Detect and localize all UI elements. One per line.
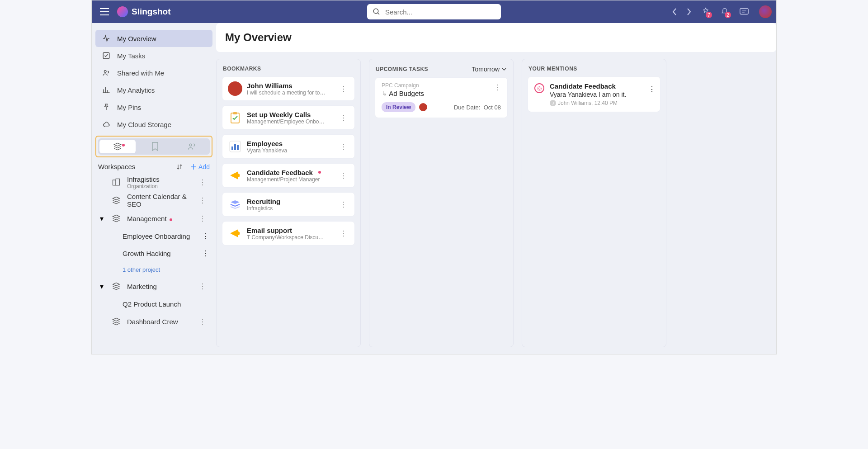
nav-label: My Tasks [117, 52, 145, 60]
more-icon[interactable]: ⋮ [648, 85, 656, 94]
more-icon[interactable]: ⋮ [338, 227, 349, 240]
upcoming-filter[interactable]: Tomorrow [472, 66, 507, 73]
workspace-child[interactable]: Growth Hacking ⋮ [95, 245, 212, 262]
search-input[interactable] [367, 4, 501, 19]
more-icon[interactable]: ⋮ [338, 112, 349, 124]
more-icon[interactable]: ⋮ [202, 249, 209, 257]
more-icon[interactable]: ⋮ [338, 141, 349, 153]
mention-title: Candidate Feedback [550, 82, 654, 90]
bookmark-card[interactable]: John Williams I will schedule a meeting … [222, 76, 355, 101]
bookmark-subtitle: Management/Project Manager [247, 176, 333, 183]
task-due: Due Date: Oct 08 [454, 104, 501, 111]
svg-point-0 [373, 9, 378, 14]
notifications-icon[interactable]: 2 [720, 7, 729, 16]
nav-pins[interactable]: My Pins [95, 99, 212, 116]
bookmark-card[interactable]: Email support T Company/Workspace Discu…… [222, 221, 355, 246]
workspace-other-projects[interactable]: 1 other project [95, 262, 212, 277]
bookmark-card[interactable]: Employees Vyara Yanakieva ⋮ [222, 134, 355, 159]
mentions-title: YOUR MENTIONS [528, 66, 577, 72]
more-icon[interactable]: ⋮ [197, 280, 208, 293]
workspace-child[interactable]: Q2 Product Launch [95, 295, 212, 312]
author-initial-icon: J [550, 100, 556, 106]
nav-my-overview[interactable]: My Overview [95, 30, 212, 47]
nav-cloud[interactable]: My Cloud Storage [95, 116, 212, 133]
more-icon[interactable]: ⋮ [338, 199, 349, 211]
bookmark-subtitle: Vyara Yanakieva [247, 147, 333, 154]
bookmark-subtitle: I will schedule a meeting for to… [247, 90, 333, 96]
more-icon[interactable]: ⋮ [197, 213, 208, 225]
scope-tabs [98, 138, 210, 155]
announcements-badge: 7 [706, 12, 712, 18]
nav-my-tasks[interactable]: My Tasks [95, 47, 212, 64]
more-icon[interactable]: ⋮ [202, 232, 209, 240]
people-icon [102, 69, 111, 77]
caret-down-icon[interactable]: ▾ [100, 214, 105, 223]
caret-down-icon[interactable]: ▾ [100, 282, 105, 291]
hamburger-menu-icon[interactable] [96, 5, 113, 19]
scope-tab-bookmarks[interactable] [137, 138, 173, 155]
workspace-marketing[interactable]: ▾ Marketing ⋮ [95, 277, 212, 295]
nav-forward-icon[interactable] [687, 8, 691, 15]
workspace-label: Dashboard Crew [127, 318, 192, 326]
bookmark-title: Employees [247, 140, 334, 147]
logo-mark-icon [117, 6, 128, 17]
announcements-icon[interactable]: 7 [701, 7, 710, 16]
mention-card[interactable]: ◎ Candidate Feedback Vyara Yanakieva I a… [528, 76, 660, 112]
workspace-management[interactable]: ▾ Management ⋮ [95, 209, 212, 227]
more-icon[interactable]: ⋮ [197, 194, 208, 207]
megaphone-icon [228, 168, 242, 183]
more-icon[interactable]: ⋮ [197, 316, 208, 328]
bar-chart-icon [102, 86, 111, 94]
nav-analytics[interactable]: My Analytics [95, 81, 212, 99]
workspace-dashboard-crew[interactable]: Dashboard Crew ⋮ [95, 312, 212, 331]
more-icon[interactable]: ⋮ [197, 176, 208, 189]
barchart-icon [228, 139, 242, 154]
user-avatar[interactable] [759, 5, 772, 18]
more-icon[interactable]: ⋮ [338, 170, 349, 182]
add-workspace-button[interactable]: Add [190, 163, 210, 170]
avatar-icon [228, 81, 242, 96]
bookmarks-column: BOOKMARKS John Williams I will schedule … [216, 59, 361, 347]
workspace-infragistics[interactable]: Infragistics Organization ⋮ [95, 173, 212, 191]
workspaces-header: Workspaces Add [95, 160, 212, 173]
bookmark-card[interactable]: Candidate Feedback Management/Project Ma… [222, 163, 355, 188]
bookmark-card[interactable]: Set up Weekly Calls Management/Employee … [222, 105, 355, 130]
workspace-content-calendar[interactable]: Content Calendar & SEO ⋮ [95, 191, 212, 209]
nav-shared[interactable]: Shared with Me [95, 64, 212, 81]
nav-label: Shared with Me [117, 69, 164, 77]
checkbox-icon [102, 52, 111, 60]
task-card[interactable]: ⋮ PPC Campaign ↳ Ad Budgets In Review Du… [375, 77, 508, 118]
svg-rect-6 [116, 179, 119, 185]
nav-back-icon[interactable] [672, 8, 677, 15]
sort-icon[interactable] [176, 163, 183, 170]
svg-rect-5 [113, 180, 116, 185]
svg-point-3 [104, 71, 107, 73]
svg-rect-8 [233, 112, 237, 114]
add-label: Add [198, 163, 210, 170]
bookmark-card[interactable]: Recruiting Infragistics ⋮ [222, 192, 355, 217]
workspace-label: Marketing [127, 283, 192, 290]
status-chip: In Review [382, 102, 415, 112]
more-icon[interactable]: ⋮ [338, 83, 349, 95]
more-icon[interactable]: ⋮ [494, 83, 501, 92]
upcoming-title: UPCOMING TASKS [376, 66, 428, 72]
workspace-child[interactable]: Employee Onboarding ⋮ [95, 227, 212, 245]
workspace-label: Infragistics [127, 175, 192, 183]
task-parent: PPC Campaign [382, 82, 501, 89]
search-wrap [367, 4, 501, 19]
chevron-down-icon [501, 66, 507, 72]
scope-tabs-highlight [95, 136, 212, 157]
svg-rect-10 [231, 147, 233, 150]
workspace-label: Content Calendar & SEO [127, 193, 192, 208]
page-title: My Overview [225, 31, 767, 44]
bookmark-title: Email support [247, 227, 334, 234]
scope-tab-workspaces[interactable] [99, 140, 136, 153]
sidebar: My Overview My Tasks Shared with Me My A… [92, 23, 216, 354]
stack-icon [228, 197, 242, 212]
scope-tab-people[interactable] [174, 138, 210, 155]
target-icon: ◎ [534, 83, 544, 93]
bookmark-title: Set up Weekly Calls [247, 111, 334, 118]
messages-icon[interactable] [739, 7, 749, 16]
brand-logo[interactable]: Slingshot [117, 6, 171, 17]
task-name: ↳ Ad Budgets [382, 90, 501, 98]
